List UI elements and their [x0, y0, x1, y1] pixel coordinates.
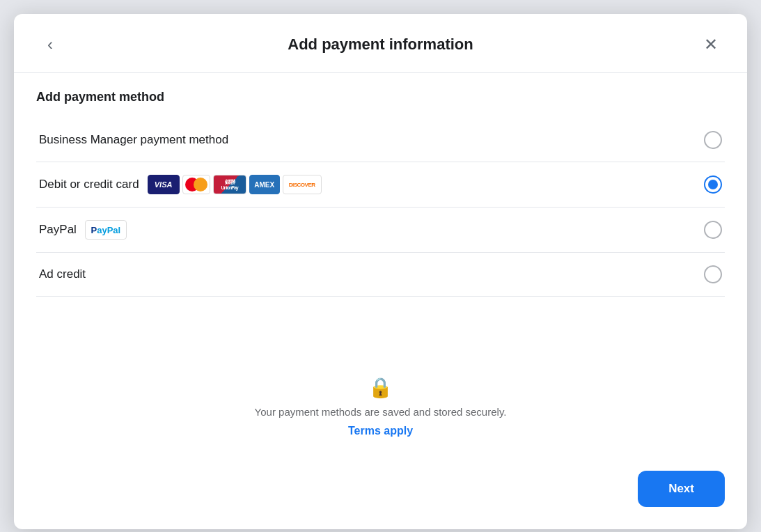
- security-section: 🔒 Your payment methods are saved and sto…: [36, 348, 725, 437]
- business-manager-label: Business Manager payment method: [39, 133, 228, 147]
- close-button[interactable]: ✕: [697, 31, 725, 58]
- payment-modal: ‹ Add payment information ✕ Add payment …: [14, 14, 747, 529]
- back-button[interactable]: ‹: [36, 31, 64, 58]
- radio-business-manager[interactable]: [704, 131, 722, 149]
- unionpay-icon: 銀聯 UnionPay: [213, 175, 246, 194]
- ad-credit-label: Ad credit: [39, 267, 86, 281]
- discover-icon: DISCOVER: [283, 175, 322, 194]
- payment-option-ad-credit[interactable]: Ad credit: [36, 253, 725, 297]
- payment-option-business-manager[interactable]: Business Manager payment method: [36, 118, 725, 162]
- card-icons: VISA 銀聯 UnionPay AMEX: [148, 175, 322, 194]
- modal-header: ‹ Add payment information ✕: [14, 14, 747, 72]
- radio-debit-credit[interactable]: [704, 175, 722, 194]
- radio-ad-credit[interactable]: [704, 265, 722, 283]
- mastercard-icon: [182, 175, 210, 194]
- security-text: Your payment methods are saved and store…: [255, 406, 507, 418]
- section-title: Add payment method: [36, 90, 725, 104]
- debit-credit-label: Debit or credit card: [39, 178, 139, 191]
- radio-paypal[interactable]: [704, 221, 722, 239]
- amex-icon: AMEX: [249, 175, 280, 194]
- modal-body: Add payment method Business Manager paym…: [14, 73, 747, 460]
- payment-option-paypal[interactable]: PayPal PayPal: [36, 208, 725, 253]
- modal-footer: Next: [14, 460, 747, 529]
- payment-option-debit-credit[interactable]: Debit or credit card VISA 銀聯 UnionP: [36, 162, 725, 208]
- modal-title: Add payment information: [64, 36, 697, 54]
- paypal-label: PayPal: [39, 223, 77, 237]
- visa-icon: VISA: [148, 175, 180, 194]
- paypal-logo: PayPal: [85, 220, 127, 240]
- next-button[interactable]: Next: [638, 471, 725, 507]
- terms-link[interactable]: Terms apply: [348, 425, 413, 437]
- lock-icon: 🔒: [368, 376, 393, 399]
